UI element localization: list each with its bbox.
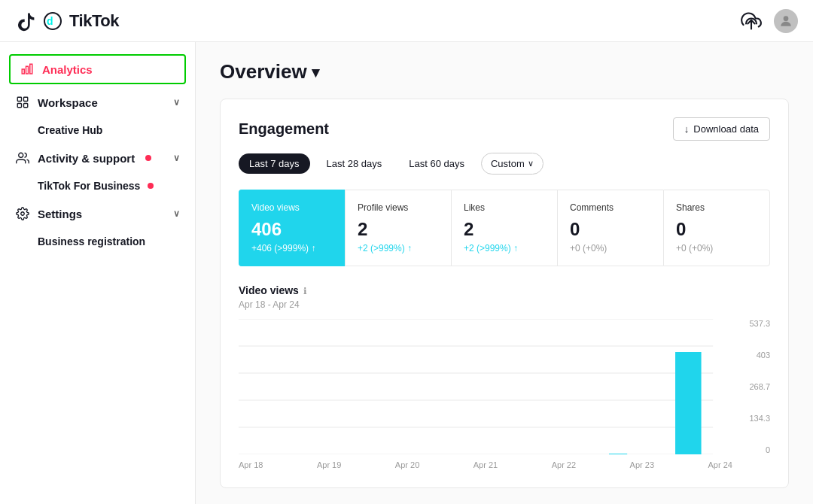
video-views-change: +406 (>999%) ↑ (251, 243, 333, 254)
chart-date-range: Apr 18 - Apr 24 (239, 299, 770, 310)
main-content: Overview ▾ Engagement ↓ Download data La… (196, 42, 813, 504)
profile-views-up-icon: ↑ (407, 243, 412, 254)
sidebar-item-activity-left: Activity & support (15, 150, 151, 165)
sidebar-settings-label: Settings (38, 208, 82, 220)
main-layout: Analytics Workspace ∨ Creative Hub (0, 42, 813, 504)
chart-x-label-apr18: Apr 18 (239, 460, 263, 469)
sidebar-item-business-registration[interactable]: Business registration (0, 229, 195, 254)
custom-chevron-icon: ∨ (528, 159, 534, 169)
sidebar-tiktok-business-label: TikTok For Business (38, 180, 140, 192)
tiktok-business-dot-badge (148, 183, 154, 189)
header: d TikTok (0, 0, 813, 42)
download-label: Download data (693, 123, 759, 135)
svg-rect-18 (609, 454, 627, 454)
likes-up-icon: ↑ (513, 243, 518, 254)
chart-y-label-0: 0 (738, 445, 770, 454)
comments-label: Comments (570, 202, 651, 213)
activity-icon (15, 150, 30, 165)
sidebar-business-registration-label: Business registration (38, 235, 145, 247)
svg-point-11 (21, 212, 25, 216)
profile-views-value: 2 (358, 219, 439, 240)
chart-y-label-2687: 268.7 (738, 382, 770, 391)
video-views-value: 406 (251, 219, 333, 240)
sidebar-activity-label: Activity & support (38, 152, 135, 165)
comments-change: +0 (+0%) (570, 243, 651, 254)
metric-profile-views: Profile views 2 +2 (>999%) ↑ (345, 190, 451, 266)
settings-icon (15, 206, 30, 221)
likes-change: +2 (>999%) ↑ (464, 243, 545, 254)
tab-last-28-days[interactable]: Last 28 days (316, 153, 393, 174)
chart-x-label-apr23: Apr 23 (630, 460, 654, 469)
svg-rect-4 (26, 66, 29, 74)
sidebar: Analytics Workspace ∨ Creative Hub (0, 42, 196, 504)
svg-rect-5 (30, 64, 32, 74)
tab-last-60-days[interactable]: Last 60 days (398, 153, 475, 174)
workspace-icon (15, 95, 30, 110)
custom-tab-label: Custom (491, 158, 525, 169)
bar-chart-icon (20, 62, 35, 77)
tiktok-music-note-icon: d (42, 11, 63, 32)
activity-dot-badge (145, 155, 151, 161)
download-icon: ↓ (684, 123, 690, 135)
tiktok-logo-icon (15, 11, 36, 32)
header-actions (741, 9, 798, 33)
chart-x-labels: Apr 18 Apr 19 Apr 20 Apr 21 Apr 22 Apr 2… (239, 460, 732, 469)
sidebar-item-settings[interactable]: Settings ∨ (0, 199, 195, 229)
svg-point-10 (19, 153, 23, 157)
sidebar-item-tiktok-business[interactable]: TikTok For Business (0, 173, 195, 199)
svg-point-2 (784, 16, 789, 21)
logo-text: TikTok (69, 11, 119, 31)
chart-info-icon[interactable]: ℹ (303, 286, 307, 296)
chart-wrapper: Apr 18 Apr 19 Apr 20 Apr 21 Apr 22 Apr 2… (239, 319, 770, 469)
metrics-row: Video views 406 +406 (>999%) ↑ Profile v… (239, 190, 770, 266)
shares-label: Shares (676, 202, 757, 213)
chart-y-label-5375: 537.3 (738, 319, 770, 328)
profile-views-label: Profile views (358, 202, 439, 213)
shares-change: +0 (+0%) (676, 243, 757, 254)
engagement-card: Engagement ↓ Download data Last 7 days L… (220, 99, 789, 488)
overview-chevron-icon[interactable]: ▾ (312, 63, 319, 81)
metric-video-views: Video views 406 +406 (>999%) ↑ (239, 190, 345, 266)
page-title-text: Overview (220, 60, 307, 83)
chart-x-label-apr21: Apr 21 (473, 460, 498, 469)
chart-x-label-apr19: Apr 19 (317, 460, 341, 469)
chart-x-label-apr20: Apr 20 (395, 460, 419, 469)
tab-custom[interactable]: Custom ∨ (481, 153, 544, 175)
activity-chevron-icon: ∨ (173, 153, 180, 163)
svg-rect-9 (24, 104, 28, 108)
chart-y-label-403: 403 (738, 351, 770, 360)
video-views-label: Video views (251, 202, 333, 213)
profile-views-change: +2 (>999%) ↑ (358, 243, 439, 254)
sidebar-analytics-label: Analytics (42, 63, 93, 76)
likes-value: 2 (464, 219, 545, 240)
chart-x-label-apr22: Apr 22 (552, 460, 576, 469)
comments-value: 0 (570, 219, 651, 240)
user-avatar[interactable] (774, 9, 798, 33)
sidebar-item-workspace[interactable]: Workspace ∨ (0, 87, 195, 117)
settings-chevron-icon: ∨ (173, 208, 180, 219)
sidebar-item-analytics-left: Analytics (20, 62, 93, 77)
shares-value: 0 (676, 219, 757, 240)
upload-icon[interactable] (741, 11, 762, 32)
page-title: Overview ▾ (220, 60, 789, 83)
sidebar-item-settings-left: Settings (15, 206, 82, 221)
tab-last-7-days[interactable]: Last 7 days (239, 153, 310, 174)
svg-rect-19 (675, 352, 702, 454)
chart-svg-container: Apr 18 Apr 19 Apr 20 Apr 21 Apr 22 Apr 2… (239, 319, 732, 469)
sidebar-item-activity-support[interactable]: Activity & support ∨ (0, 143, 195, 173)
sidebar-item-analytics[interactable]: Analytics (9, 54, 186, 84)
sidebar-item-workspace-left: Workspace (15, 95, 98, 110)
chart-y-labels: 537.3 403 268.7 134.3 0 (732, 319, 770, 454)
likes-label: Likes (464, 202, 545, 213)
chart-y-label-1343: 134.3 (738, 414, 770, 423)
download-data-button[interactable]: ↓ Download data (673, 117, 770, 141)
chart-x-label-apr24: Apr 24 (708, 460, 732, 469)
engagement-card-header: Engagement ↓ Download data (239, 117, 770, 141)
sidebar-workspace-label: Workspace (38, 96, 98, 109)
metric-likes: Likes 2 +2 (>999%) ↑ (451, 190, 557, 266)
chart-label: Video views (239, 284, 299, 296)
bar-chart-svg (239, 319, 732, 454)
sidebar-item-creative-hub[interactable]: Creative Hub (0, 117, 195, 143)
chart-section: Video views ℹ Apr 18 - Apr 24 (239, 284, 770, 469)
svg-rect-7 (24, 97, 28, 101)
